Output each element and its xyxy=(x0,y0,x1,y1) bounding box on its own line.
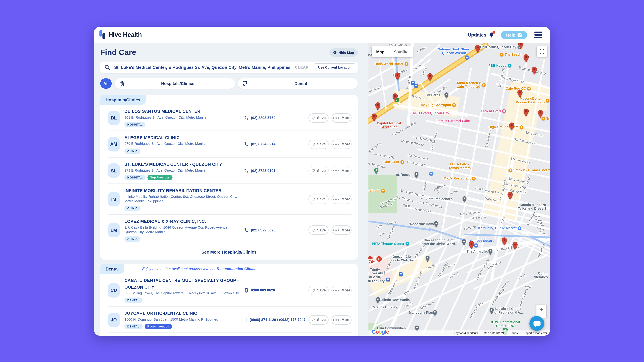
zoom-in-button[interactable]: + xyxy=(536,305,546,318)
provider-map-pin[interactable] xyxy=(538,110,543,118)
chat-button[interactable] xyxy=(530,316,544,331)
map-poi-label[interactable]: High Grounds Café xyxy=(488,125,524,129)
map-pin[interactable] xyxy=(426,256,430,262)
menu-icon[interactable] xyxy=(534,31,543,39)
tab-dental[interactable]: Dental xyxy=(238,78,358,89)
map-poi-label[interactable]: MyeongDongKorean Gastropub xyxy=(516,97,550,104)
save-button[interactable]: Save xyxy=(308,113,328,122)
map[interactable]: West AvenueBulletinTimesLigayaWest AveZa… xyxy=(368,43,550,336)
more-button[interactable]: ●●● More xyxy=(332,315,352,325)
updates-link[interactable]: Updates xyxy=(468,32,494,38)
map-poi-label[interactable]: r Seafoods xyxy=(368,189,385,193)
map-poi-label[interactable]: Estrel's Caramel Cake xyxy=(435,119,470,123)
provider-map-pin[interactable] xyxy=(524,108,529,117)
hospital-map-icon[interactable]: H xyxy=(376,256,382,262)
bus-stop-icon[interactable] xyxy=(386,278,390,281)
provider-name[interactable]: ST. LUKE'S MEDICAL CENTER - QUEZON CITY xyxy=(124,161,242,167)
report-map-error-link[interactable]: Report a map error xyxy=(524,332,547,335)
more-button[interactable]: ●●● More xyxy=(332,225,352,235)
provider-map-pin[interactable] xyxy=(395,72,400,80)
map-pin[interactable] xyxy=(488,249,492,255)
provider-row[interactable]: LM LOPEZ MEDICAL & X-RAY CLINIC, INC. 2/… xyxy=(108,214,352,245)
fullscreen-button[interactable] xyxy=(537,46,547,57)
help-button[interactable]: Help ? xyxy=(501,30,527,39)
provider-map-pin[interactable] xyxy=(532,66,537,75)
map-poi-label[interactable]: Dads World Buffet xyxy=(375,62,408,66)
shopping-poi-icon[interactable] xyxy=(474,243,478,247)
map-pin[interactable] xyxy=(434,221,438,227)
provider-row[interactable]: AM ALEGRE MEDICAL CLINIC 279 E Rodriguez… xyxy=(108,131,352,157)
see-more-hospitals-link[interactable]: See More Hospitals/Clinics xyxy=(100,245,358,260)
map-poi-label[interactable]: Max's Restaurant xyxy=(444,177,476,180)
search-input[interactable] xyxy=(113,64,292,70)
map-poi-label[interactable]: The B Hotel Quezon City xyxy=(411,111,449,115)
provider-map-pin[interactable] xyxy=(502,237,507,246)
map-pin[interactable] xyxy=(462,239,466,246)
brand-logo[interactable]: Hive Health xyxy=(100,30,142,40)
tab-hospitals-clinics[interactable]: Hospitals/Clinics xyxy=(114,78,234,89)
map-poi-label[interactable]: Mahogany Place xyxy=(409,311,435,315)
map-poi-label[interactable]: Diocesan Shrine ofJesus the Divine Word.… xyxy=(420,238,458,246)
provider-name[interactable]: INFINITE MOBILITY REHABILITATION CENTER xyxy=(124,188,242,194)
provider-map-pin[interactable] xyxy=(508,192,513,200)
provider-map-pin[interactable] xyxy=(517,89,522,98)
provider-row[interactable]: DL DE LOS SANTOS MEDICAL CENTER 201 E. R… xyxy=(108,105,352,131)
provider-row[interactable]: JO JOYCARE ORTHO-DENTAL CLINIC 1500 N. D… xyxy=(108,306,352,333)
terms-link[interactable]: Terms xyxy=(510,332,518,335)
save-button[interactable]: Save xyxy=(308,315,328,325)
more-button[interactable]: ●●● More xyxy=(332,166,352,175)
provider-row[interactable]: SL ST. LUKE'S MEDICAL CENTER - QUEZON CI… xyxy=(108,157,352,183)
map-poi-label[interactable]: dicalCity xyxy=(368,256,376,264)
map-poi-label[interactable]: The Amaryllis xyxy=(466,250,488,254)
shopping-poi-icon[interactable] xyxy=(465,55,469,59)
provider-name[interactable]: CABATU DENTAL CENTRE MULTISPECIALTY GROU… xyxy=(124,278,242,290)
map-poi-label[interactable]: Woodside Homes xyxy=(409,222,437,226)
provider-map-pin[interactable] xyxy=(375,102,380,110)
provider-map-pin[interactable] xyxy=(427,73,433,81)
map-poi-label[interactable]: Viera Residences xyxy=(426,197,453,201)
provider-map-pin[interactable] xyxy=(524,54,529,62)
shopping-poi-icon[interactable] xyxy=(429,172,433,176)
map-pin[interactable] xyxy=(444,92,448,98)
map-poi-label[interactable]: LOLA Cafe -Tomas Morato xyxy=(448,162,470,170)
clear-button[interactable]: CLEAR xyxy=(292,65,311,70)
tab-all[interactable]: All xyxy=(100,78,112,89)
keyboard-shortcuts-link[interactable]: Keyboard shortcuts xyxy=(454,332,478,335)
map-pin[interactable] xyxy=(374,168,378,174)
map-poi-label[interactable]: Mando MendozaTailor and Dress Sh xyxy=(518,203,548,211)
map-poi-label[interactable]: TrinityUniversityof Asia,Quezon City xyxy=(368,268,384,283)
map-poi-label[interactable]: The Beech xyxy=(500,53,521,56)
provider-map-pin[interactable] xyxy=(512,242,518,250)
save-button[interactable]: Save xyxy=(308,286,328,295)
provider-map-pin[interactable] xyxy=(372,113,377,121)
more-button[interactable]: ●●● More xyxy=(332,195,352,204)
save-button[interactable]: Save xyxy=(308,225,328,235)
bus-stop-icon[interactable] xyxy=(399,272,403,276)
map-poi-label[interactable]: Scalabrini Centerfor People on the... xyxy=(493,307,523,314)
provider-name[interactable]: ALEGRE MEDICAL CLINIC xyxy=(124,135,242,141)
provider-map-pin[interactable] xyxy=(469,241,474,249)
save-button[interactable]: Save xyxy=(308,195,328,204)
map-poi-label[interactable]: PETA Theater Center xyxy=(372,242,409,246)
hide-map-button[interactable]: Hide Map xyxy=(330,48,358,57)
save-button[interactable]: Save xyxy=(308,166,328,175)
map-poi-label[interactable]: Galleria New Manila xyxy=(379,298,410,302)
map-poi-label[interactable]: Luxent Hotel xyxy=(481,109,506,113)
map-poi-label[interactable]: National Book Store- Quezon Avenue xyxy=(438,48,469,55)
map-poi-label[interactable]: Cafe Guilt xyxy=(384,160,404,164)
map-pin[interactable] xyxy=(414,172,418,178)
bus-stop-icon[interactable] xyxy=(414,84,418,88)
provider-name[interactable]: LOPEZ MEDICAL & X-RAY CLINIC, INC. xyxy=(124,218,242,225)
map-poi-label[interactable]: OurVictories xyxy=(534,272,548,279)
provider-row[interactable]: CD CABATU DENTAL CENTRE MULTISPECIALTY G… xyxy=(108,274,352,306)
provider-row[interactable]: DA DESCANZO-SANTOS AESTHETIC DENTAL CENT… xyxy=(108,333,352,336)
map-pin[interactable] xyxy=(433,310,437,316)
map-poi-label[interactable]: Starbucks Tomas Morat xyxy=(508,168,550,172)
more-button[interactable]: ●●● More xyxy=(332,113,352,122)
more-button[interactable]: ●●● More xyxy=(332,286,352,295)
map-view-button[interactable]: Map xyxy=(372,46,389,57)
map-poi-label[interactable]: PhilHealth Quezon City xyxy=(480,45,521,49)
map-pin[interactable] xyxy=(462,196,466,202)
map-poi-label[interactable]: Kamuning Public Market xyxy=(478,226,522,230)
map-poi-label[interactable]: Tablo Kitchen xCafe Timog QC xyxy=(456,81,486,89)
